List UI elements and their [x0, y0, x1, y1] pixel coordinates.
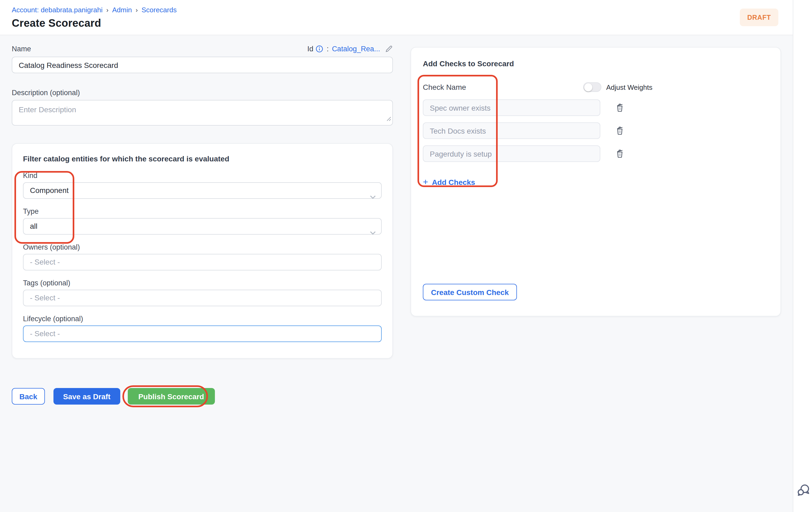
breadcrumb-account-link[interactable]: Account: debabrata.panigrahi: [12, 6, 103, 14]
check-row: [423, 145, 769, 162]
kind-field: Kind Component: [23, 172, 382, 199]
id-colon: :: [327, 45, 329, 53]
add-checks-title: Add Checks to Scorecard: [423, 59, 769, 68]
breadcrumb-admin-link[interactable]: Admin: [112, 6, 132, 14]
owners-select[interactable]: - Select -: [23, 254, 382, 270]
check-name-input[interactable]: [423, 122, 600, 139]
breadcrumb-scorecards-link[interactable]: Scorecards: [141, 6, 177, 14]
tags-select[interactable]: - Select -: [23, 290, 382, 306]
add-checks-label: Add Checks: [432, 178, 475, 186]
owners-placeholder: - Select -: [30, 258, 60, 266]
breadcrumb-separator: ›: [136, 6, 138, 13]
description-input[interactable]: [12, 100, 393, 126]
type-label: Type: [23, 207, 382, 215]
lifecycle-label: Lifecycle (optional): [23, 315, 382, 323]
tags-field: Tags (optional) - Select -: [23, 279, 382, 306]
check-row: [423, 99, 769, 116]
add-checks-panel: Add Checks to Scorecard Check Name Adjus…: [410, 47, 781, 317]
publish-scorecard-button[interactable]: Publish Scorecard: [127, 388, 214, 404]
add-checks-link[interactable]: + Add Checks: [423, 178, 475, 186]
adjust-weights-control: Adjust Weights: [583, 82, 652, 92]
check-name-column-header: Check Name: [423, 83, 466, 91]
create-custom-check-button[interactable]: Create Custom Check: [423, 284, 517, 300]
breadcrumb: Account: debabrata.panigrahi › Admin › S…: [12, 6, 177, 14]
info-circle-icon[interactable]: [315, 45, 323, 53]
name-input[interactable]: [12, 57, 393, 73]
id-label: Id: [308, 45, 314, 53]
owners-field: Owners (optional) - Select -: [23, 243, 382, 270]
page-title: Create Scorecard: [12, 17, 101, 29]
chat-widget-button[interactable]: [796, 483, 811, 498]
trash-icon: [614, 126, 625, 136]
status-badge: DRAFT: [740, 8, 778, 26]
kind-select[interactable]: Component: [23, 182, 382, 199]
trash-icon: [614, 102, 625, 113]
adjust-weights-toggle[interactable]: [583, 82, 601, 92]
right-gutter: [793, 0, 812, 512]
checks-list: [423, 99, 769, 162]
entity-filter-card: Filter catalog entities for which the sc…: [12, 143, 393, 359]
check-name-input[interactable]: [423, 145, 600, 162]
kind-label: Kind: [23, 172, 382, 180]
check-name-input[interactable]: [423, 99, 600, 116]
chevron-down-icon: [370, 225, 376, 241]
tags-label: Tags (optional): [23, 279, 382, 287]
check-row: [423, 122, 769, 139]
lifecycle-select[interactable]: - Select -: [23, 326, 382, 342]
chevron-down-icon: [370, 189, 376, 205]
plus-icon: +: [423, 179, 428, 186]
owners-label: Owners (optional): [23, 243, 382, 251]
name-label: Name: [12, 45, 31, 53]
chat-bubbles-icon: [796, 483, 811, 498]
trash-icon: [614, 149, 625, 159]
back-button[interactable]: Back: [12, 388, 45, 404]
adjust-weights-label: Adjust Weights: [606, 83, 652, 91]
lifecycle-placeholder: - Select -: [30, 329, 60, 338]
delete-check-button[interactable]: [614, 148, 625, 159]
app-root: Account: debabrata.panigrahi › Admin › S…: [0, 0, 812, 512]
lifecycle-field: Lifecycle (optional) - Select -: [23, 315, 382, 342]
page-header: Account: debabrata.panigrahi › Admin › S…: [0, 0, 812, 35]
scorecard-form: Name Id : Catalog_Rea... Description (op…: [12, 45, 393, 359]
delete-check-button[interactable]: [614, 102, 625, 113]
scorecard-id-link[interactable]: Catalog_Rea...: [332, 45, 380, 53]
delete-check-button[interactable]: [614, 125, 625, 136]
toggle-knob: [584, 83, 592, 91]
edit-pencil-icon[interactable]: [385, 45, 393, 53]
scorecard-id-row: Id : Catalog_Rea...: [308, 45, 393, 53]
tags-placeholder: - Select -: [30, 293, 60, 302]
breadcrumb-separator: ›: [106, 6, 109, 13]
type-value: all: [30, 222, 37, 230]
description-label: Description (optional): [12, 89, 393, 97]
save-as-draft-button[interactable]: Save as Draft: [54, 388, 120, 404]
filter-section-title: Filter catalog entities for which the sc…: [23, 154, 382, 163]
type-field: Type all: [23, 207, 382, 235]
kind-value: Component: [30, 186, 69, 194]
type-select[interactable]: all: [23, 218, 382, 235]
resize-handle-icon[interactable]: [386, 114, 391, 123]
form-actions: Back Save as Draft Publish Scorecard: [12, 388, 214, 404]
